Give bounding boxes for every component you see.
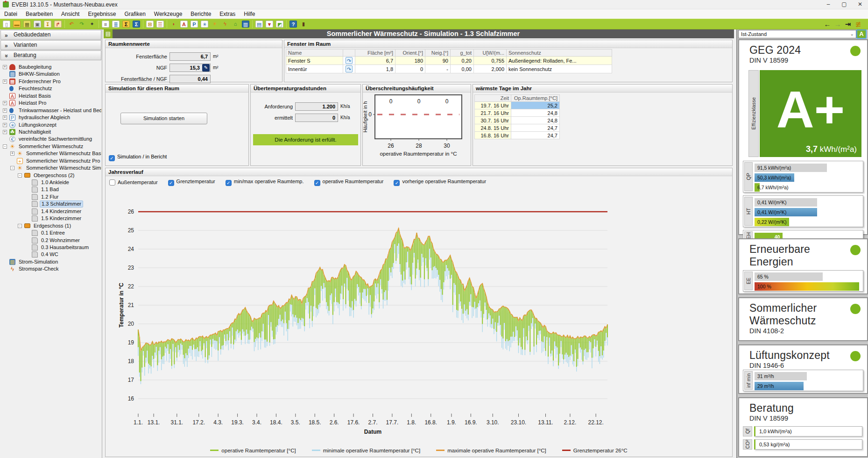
expand-plus-icon[interactable]: + (3, 101, 7, 105)
tree-item[interactable]: 0.2 Wohnzimmer (0, 237, 101, 244)
tree-item[interactable]: +☀Sommerlicher Wärmeschutz Basis (0, 150, 101, 157)
collapse-minus-icon[interactable]: - (18, 224, 22, 228)
tree-item[interactable]: -☀Sommerlicher Wärmeschutz Simulation (0, 165, 101, 172)
tree-item[interactable]: +✳Lüftungskonzept (0, 122, 101, 129)
tree-item[interactable]: 0.3 Hausarbeitsraum (0, 244, 101, 251)
simulation-bericht-checkbox[interactable]: ✓Simulation / in Bericht (109, 154, 167, 161)
maximize-button[interactable]: ▢ (836, 0, 852, 9)
expand-plus-icon[interactable]: + (10, 151, 14, 156)
tree-item[interactable]: +Trinkwarmwasser - Heizlast und Bedarf (0, 107, 101, 114)
verlauf-chart-icon[interactable]: ≇ (854, 20, 863, 29)
tree-item[interactable]: 0.1 Entree (0, 229, 101, 236)
report-icon[interactable]: ▤ (104, 29, 113, 38)
menu-item-hilfe[interactable]: Hilfe (240, 9, 259, 19)
tree-item[interactable]: -☀Sommerlicher Wärmeschutz (0, 143, 101, 150)
expand-plus-icon[interactable]: + (3, 115, 7, 120)
series-checkbox[interactable]: ✓vorherige operative Raumtemperatur (394, 179, 486, 186)
heizlast-icon[interactable]: A (179, 20, 189, 29)
table-row[interactable]: Innentür↷1,80-0,002,000kein Sonnenschutz (286, 65, 612, 73)
expand-plus-icon[interactable]: + (3, 79, 7, 84)
series-checkbox[interactable]: ✓operative Raumtemperatur (314, 179, 384, 186)
minimize-button[interactable]: – (820, 0, 836, 9)
fensterfl-che-input[interactable]: 6,7 (169, 52, 211, 61)
tree-item[interactable]: 1.5 Kinderzimmer (0, 215, 101, 222)
curved-arrow-icon[interactable]: ↷ (346, 65, 353, 72)
fensterfl-che-ngf-input[interactable]: 0,44 (169, 75, 211, 83)
import-icon[interactable]: ↧ (43, 20, 52, 29)
tree-item[interactable]: 1.3 Schlafzimmer (0, 200, 101, 208)
tree-item[interactable]: €vereinfachte Sachwertermittlung (0, 136, 101, 143)
hierarchy-icon[interactable]: ⊞ (145, 20, 155, 29)
ermittelt-input[interactable]: 0 (295, 114, 338, 122)
undo-icon[interactable]: ↶ (67, 20, 76, 29)
menu-item-datei[interactable]: Datei (0, 9, 21, 19)
blitz-icon[interactable]: ϟ (220, 20, 230, 29)
menu-item-ansicht[interactable]: Ansicht (57, 9, 84, 19)
tree-item[interactable]: ϟStromspar-Check (0, 265, 101, 272)
redo-icon[interactable]: ↷ (77, 20, 86, 29)
expand-plus-icon[interactable]: + (3, 65, 7, 69)
close-button[interactable]: ✕ (852, 0, 868, 9)
energie-haus-icon[interactable]: ⌂ (231, 20, 240, 29)
baubegleitung-icon[interactable]: ◗ (169, 20, 178, 29)
new-document-icon[interactable]: ▯ (2, 20, 11, 29)
tree-item[interactable]: +▦Förderrechner Pro (0, 78, 101, 85)
wizard-icon[interactable]: ✦ (87, 20, 97, 29)
series-checkbox[interactable]: ✓Grenztemperatur (168, 179, 215, 186)
menu-item-bearbeiten[interactable]: Bearbeiten (21, 9, 57, 19)
menu-item-grafiken[interactable]: Grafiken (120, 9, 149, 19)
sommer-sun-icon[interactable]: ☀ (210, 20, 219, 29)
sidebar-section-gebaeudedaten[interactable]: » Gebäudedaten (0, 30, 101, 40)
tree-item[interactable]: 1.1 Bad (0, 186, 101, 193)
bericht-tabelle-icon[interactable]: ▤ (254, 20, 264, 29)
anforderung-input[interactable]: 1.200 (295, 102, 338, 111)
forward-icon[interactable]: → (833, 20, 842, 29)
bericht-pdf-icon[interactable]: ▼ (265, 20, 274, 29)
tree-item[interactable]: +AHeizlast Pro (0, 100, 101, 107)
open-folder-icon[interactable]: ▬ (12, 20, 21, 29)
tree-item[interactable]: -Erdgeschoss (1) (0, 222, 101, 229)
table-row[interactable]: 24.8. 15 Uhr24,7 (475, 124, 560, 132)
table-row[interactable]: 19.7. 16 Uhr25,2 (475, 102, 560, 109)
bhkw-icon[interactable]: ▥ (241, 20, 250, 29)
curved-arrow-icon[interactable]: ↷ (346, 57, 353, 64)
tree-item[interactable]: +☘Nachhaltigkeit (0, 129, 101, 136)
hilfe-icon[interactable]: ? (289, 20, 298, 29)
edit-pencil-icon[interactable]: ✎ (202, 64, 210, 72)
expand-plus-icon[interactable]: + (3, 130, 7, 134)
tree-item[interactable]: +Sommerlicher Wärmeschutz Pro (0, 157, 101, 165)
tree-item[interactable]: 1.0 Ankleide (0, 179, 101, 186)
table-row[interactable]: Fenster S↷6,7180900,200,755Außenliegend:… (286, 57, 612, 65)
values-document-icon[interactable]: ≣ (111, 20, 120, 29)
menu-item-ergebnisse[interactable]: Ergebnisse (84, 9, 120, 19)
sum-sigma-yellow-icon[interactable]: Σ (121, 20, 131, 29)
series-checkbox[interactable]: Außentemperatur (109, 179, 158, 186)
efficiency-class-button[interactable]: A (856, 29, 867, 39)
table-row[interactable]: 16.8. 16 Uhr24,7 (475, 132, 560, 139)
goto-report-icon[interactable]: ⇥ (843, 20, 853, 29)
tree-item[interactable]: 1.2 Flur (0, 193, 101, 200)
copy-window-icon[interactable]: ▣ (33, 20, 42, 29)
structure-list-icon[interactable]: ☰ (155, 20, 165, 29)
variant-select[interactable]: Ist-Zustand ⌄ (738, 30, 856, 38)
tree-item[interactable]: ▥Strom-Simulation (0, 258, 101, 265)
energieausweis-icon[interactable]: ◩ (275, 20, 284, 29)
table-row[interactable]: 21.7. 16 Uhr24,8 (475, 109, 560, 117)
collapse-minus-icon[interactable]: - (10, 166, 14, 170)
series-checkbox[interactable]: ✓min/max operative Raumtemp. (226, 179, 304, 186)
save-icon[interactable]: ▦ (22, 20, 32, 29)
expand-plus-icon[interactable]: + (3, 123, 7, 127)
sidebar-section-beratung[interactable]: » Beratung (0, 50, 101, 60)
report-document-icon[interactable]: ≡ (101, 20, 110, 29)
sidebar-section-varianten[interactable]: » Varianten (0, 40, 101, 50)
tree-item[interactable]: 0.4 WC (0, 251, 101, 258)
tree-item[interactable]: 1.4 Kinderzimmer (0, 208, 101, 215)
tree-item[interactable]: +Phydraulischer Abgleich (0, 114, 101, 121)
tree-item[interactable]: AHeizlast Basis (0, 93, 101, 100)
tree-item[interactable]: +Baubegleitung (0, 64, 101, 71)
table-row[interactable]: 30.7. 16 Uhr24,8 (475, 117, 560, 124)
tree-item[interactable]: ▥BHKW-Simulation (0, 71, 101, 78)
collapse-minus-icon[interactable]: - (18, 173, 22, 178)
simulation-starten-button[interactable]: Simulation starten (120, 113, 207, 124)
tree-item[interactable]: Feuchteschutz (0, 85, 101, 92)
